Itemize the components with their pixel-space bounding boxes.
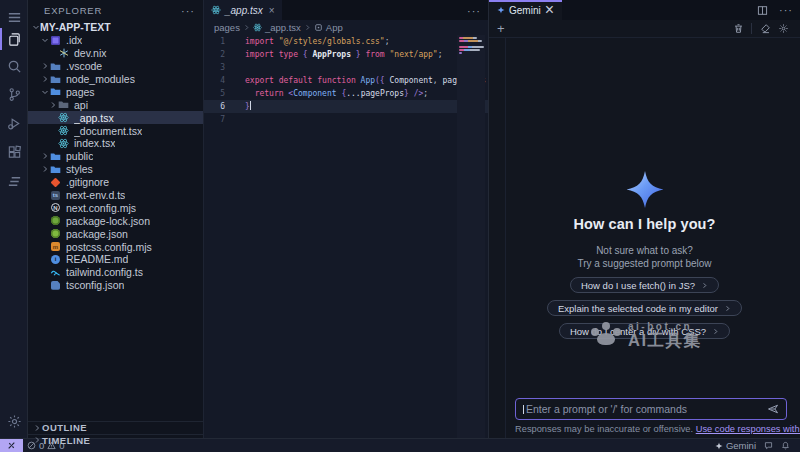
text-cursor <box>523 405 524 414</box>
tree-item-node-modules[interactable]: node_modules <box>28 73 203 86</box>
text-cursor <box>250 101 251 110</box>
explorer-sidebar: EXPLORER ··· MY-APP-TEXT .idx dev.nix <box>28 0 204 438</box>
gemini-logo <box>626 171 663 212</box>
minimap[interactable] <box>457 35 485 438</box>
tree-item-styles[interactable]: styles <box>28 163 203 176</box>
chevron-right-icon <box>48 101 57 109</box>
prompt-input[interactable]: Enter a prompt or '/' for commands <box>515 398 787 420</box>
breadcrumb-pages[interactable]: pages <box>214 22 240 33</box>
timeline-section[interactable]: TIMELINE <box>28 434 203 446</box>
react-icon <box>57 138 70 149</box>
chevron-right-icon <box>32 436 42 444</box>
editor-group: _app.tsx × ··· pages _app.tsx App 1impor… <box>204 0 488 438</box>
tree-item-tailwind[interactable]: tailwind.config.ts <box>28 266 203 279</box>
tree-item-document-tsx[interactable]: _document.tsx <box>28 124 203 137</box>
chevron-down-icon <box>31 23 40 31</box>
vscode-window: EXPLORER ··· MY-APP-TEXT .idx dev.nix <box>0 0 800 452</box>
send-icon[interactable] <box>767 403 779 415</box>
activity-bar <box>0 0 28 438</box>
editor-more-icon[interactable]: ··· <box>467 5 481 17</box>
notifications-bell-icon[interactable] <box>777 439 794 452</box>
tree-item-postcss[interactable]: m postcss.config.mjs <box>28 240 203 253</box>
tree-item-gitignore[interactable]: .gitignore <box>28 176 203 189</box>
close-icon[interactable]: × <box>545 1 554 19</box>
git-icon <box>49 177 62 188</box>
react-icon <box>57 112 70 123</box>
react-icon <box>57 125 70 136</box>
tree-item-app-tsx[interactable]: _app.tsx <box>28 111 203 124</box>
remote-indicator[interactable] <box>0 439 23 452</box>
panel-more-icon[interactable]: ··· <box>779 4 793 16</box>
tree-item-idx[interactable]: .idx <box>28 34 203 47</box>
chevron-right-icon <box>243 22 250 33</box>
trash-icon[interactable] <box>729 23 747 34</box>
folder-open-icon <box>49 86 62 97</box>
chevron-right-icon <box>40 165 49 173</box>
watermark-name: AI工具集 <box>628 332 702 349</box>
explorer-title: EXPLORER <box>44 5 102 16</box>
code-line: 5 return <Component {...pageProps} />; <box>204 87 488 100</box>
split-editor-icon[interactable] <box>753 5 771 16</box>
run-debug-icon[interactable] <box>0 110 28 136</box>
breadcrumb-file[interactable]: _app.tsx <box>265 22 301 33</box>
folder-icon <box>49 151 62 162</box>
tree-root[interactable]: MY-APP-TEXT <box>28 21 203 34</box>
tab-gemini[interactable]: Gemini × <box>489 0 562 20</box>
tree-item-pages[interactable]: pages <box>28 85 203 98</box>
idx-panel-icon[interactable] <box>0 168 28 194</box>
code-area[interactable]: 1import "@/styles/globals.css"; 2import … <box>204 35 488 126</box>
explorer-icon[interactable] <box>0 26 28 52</box>
tree-item-package-lock[interactable]: package-lock.json <box>28 214 203 227</box>
tree-item-readme[interactable]: i README.md <box>28 253 203 266</box>
npm-lock-icon <box>49 215 62 226</box>
tree-item-tsconfig[interactable]: tsconfig.json <box>28 279 203 292</box>
symbol-icon <box>314 23 323 32</box>
tree-item-next-env[interactable]: ts next-env.d.ts <box>28 189 203 202</box>
tree-item-vscode[interactable]: .vscode <box>28 60 203 73</box>
outline-section[interactable]: OUTLINE <box>28 421 203 434</box>
gemini-status[interactable]: Gemini <box>711 439 760 452</box>
code-line: 7 <box>204 113 488 126</box>
prompt-pill-fetch[interactable]: How do I use fetch() in JS? <box>570 277 719 293</box>
nix-icon <box>57 48 70 59</box>
folder-icon <box>49 61 62 72</box>
paw-logo-icon <box>590 322 622 348</box>
explorer-more-icon[interactable]: ··· <box>181 5 195 17</box>
gear-icon[interactable] <box>774 23 792 34</box>
tree-item-devnix[interactable]: dev.nix <box>28 47 203 60</box>
folder-icon <box>57 99 70 110</box>
gemini-welcome-subtitle: Not sure what to ask? Try a suggested pr… <box>489 244 800 270</box>
source-control-icon[interactable] <box>0 81 28 107</box>
idx-folder-icon <box>49 35 62 46</box>
feedback-icon[interactable] <box>760 439 777 452</box>
prompt-pill-explain[interactable]: Explain the selected code in my editor <box>547 300 742 316</box>
tab-app-tsx[interactable]: _app.tsx × <box>204 0 283 20</box>
breadcrumb-symbol[interactable]: App <box>326 22 343 33</box>
search-icon[interactable] <box>0 53 28 79</box>
typescript-def-icon: ts <box>49 190 62 201</box>
tree-item-package-json[interactable]: package.json <box>28 227 203 240</box>
chevron-down-icon <box>40 88 49 96</box>
code-line: 1import "@/styles/globals.css"; <box>204 35 488 48</box>
close-icon[interactable]: × <box>269 5 275 16</box>
tree-item-index-tsx[interactable]: index.tsx <box>28 137 203 150</box>
gemini-content: How can I help you? Not sure what to ask… <box>489 38 800 438</box>
react-icon <box>211 5 221 15</box>
eraser-icon[interactable] <box>756 23 774 34</box>
code-line: 2import type { AppProps } from "next/app… <box>204 48 488 61</box>
chevron-right-icon <box>712 326 719 337</box>
new-chat-icon[interactable]: + <box>497 22 505 35</box>
chevron-right-icon <box>304 22 311 33</box>
tree-item-next-config[interactable]: N next.config.mjs <box>28 201 203 214</box>
editor-tab-bar: _app.tsx × ··· <box>204 0 488 20</box>
tree-item-api[interactable]: api <box>28 98 203 111</box>
disclaimer: Responses may be inaccurate or offensive… <box>515 424 794 434</box>
folder-icon <box>49 74 62 85</box>
caution-link[interactable]: Use code responses with caution <box>696 424 800 434</box>
code-line-current: 6} <box>204 100 488 113</box>
tree-item-public[interactable]: public <box>28 150 203 163</box>
gemini-star-icon <box>715 442 723 450</box>
react-icon <box>253 23 262 32</box>
extensions-icon[interactable] <box>0 139 28 165</box>
settings-gear-icon[interactable] <box>0 408 28 434</box>
